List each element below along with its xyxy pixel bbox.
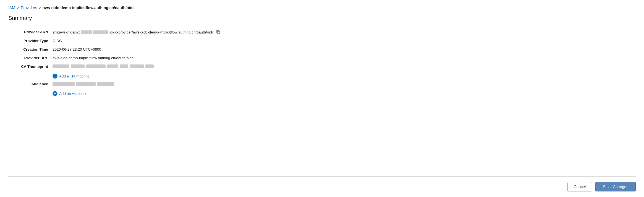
page-wrapper: IAM > Providers > aws-oidc-demo-implicit… <box>0 0 644 197</box>
add-thumbprint-label: Add a Thumbprint <box>59 74 89 78</box>
save-changes-button[interactable]: Save Changes <box>595 182 636 191</box>
content-area: Provider ARN arn:aws-cn:iam:: :oidc-prov… <box>8 29 636 171</box>
bottom-divider <box>8 176 636 177</box>
thumb-blur-4 <box>107 64 118 68</box>
add-thumbprint-link[interactable]: + Add a Thumbprint <box>53 74 89 79</box>
arn-text: arn:aws-cn:iam:: :oidc-provider/aws-oidc… <box>53 30 214 34</box>
field-row-creation-time: Creation Time 2020-06-27 23:20 UTC+0800 <box>8 47 636 51</box>
copy-arn-icon[interactable] <box>216 30 220 34</box>
value-audience <box>53 81 636 86</box>
thumb-blur-3 <box>86 64 106 68</box>
thumb-blur-7 <box>145 64 154 68</box>
field-row-audience: Audience <box>8 81 636 86</box>
breadcrumb-current: aws-oidc-demo-implicitflow.authing.cn/oa… <box>43 6 134 10</box>
svg-rect-0 <box>217 31 220 34</box>
field-row-provider-url: Provider URL aws-oidc-demo-implicitflow.… <box>8 55 636 60</box>
thumb-blur-1 <box>53 64 69 68</box>
add-thumbprint-icon: + <box>53 74 57 79</box>
add-audience-label: Add an Audience <box>59 92 87 96</box>
thumb-blur-6 <box>130 64 144 68</box>
value-provider-type: OIDC <box>53 38 636 43</box>
top-divider <box>8 24 636 24</box>
thumb-blur-5 <box>120 64 128 68</box>
value-provider-arn: arn:aws-cn:iam:: :oidc-provider/aws-oidc… <box>53 29 636 34</box>
footer: Cancel Save Changes <box>8 181 636 191</box>
add-thumbprint-indent <box>8 72 53 79</box>
label-audience: Audience <box>8 81 53 86</box>
audience-blur-2 <box>76 82 96 86</box>
audience-blurred-row <box>53 82 636 86</box>
add-thumbprint-row: + Add a Thumbprint <box>8 72 636 79</box>
field-row-ca-thumbprint: CA Thumbprint <box>8 64 636 69</box>
breadcrumb-providers[interactable]: Providers <box>21 6 37 10</box>
label-provider-url: Provider URL <box>8 55 53 60</box>
add-audience-row: + Add an Audience <box>8 90 636 96</box>
breadcrumb-sep-2: > <box>39 6 41 10</box>
label-ca-thumbprint: CA Thumbprint <box>8 64 53 69</box>
thumb-blur-2 <box>71 64 85 68</box>
label-creation-time: Creation Time <box>8 47 53 51</box>
audience-blur-3 <box>97 82 114 86</box>
add-audience-indent <box>8 90 53 96</box>
arn-inline: arn:aws-cn:iam:: :oidc-provider/aws-oidc… <box>53 30 636 34</box>
field-row-provider-type: Provider Type OIDC <box>8 38 636 43</box>
field-row-provider-arn: Provider ARN arn:aws-cn:iam:: :oidc-prov… <box>8 29 636 34</box>
value-provider-url: aws-oidc-demo-implicitflow.authing.cn/oa… <box>53 55 636 60</box>
value-ca-thumbprint <box>53 64 636 68</box>
audience-blur-1 <box>53 82 75 86</box>
add-audience-icon: + <box>53 91 57 96</box>
thumbprint-blurred-row <box>53 64 636 68</box>
cancel-button[interactable]: Cancel <box>567 182 592 191</box>
value-creation-time: 2020-06-27 23:20 UTC+0800 <box>53 47 636 51</box>
breadcrumb-iam[interactable]: IAM <box>8 6 15 10</box>
breadcrumb-sep-1: > <box>17 6 19 10</box>
add-audience-link[interactable]: + Add an Audience <box>53 91 87 96</box>
breadcrumb: IAM > Providers > aws-oidc-demo-implicit… <box>8 6 636 10</box>
page-title: Summary <box>8 15 636 21</box>
label-provider-type: Provider Type <box>8 38 53 43</box>
label-provider-arn: Provider ARN <box>8 29 53 34</box>
